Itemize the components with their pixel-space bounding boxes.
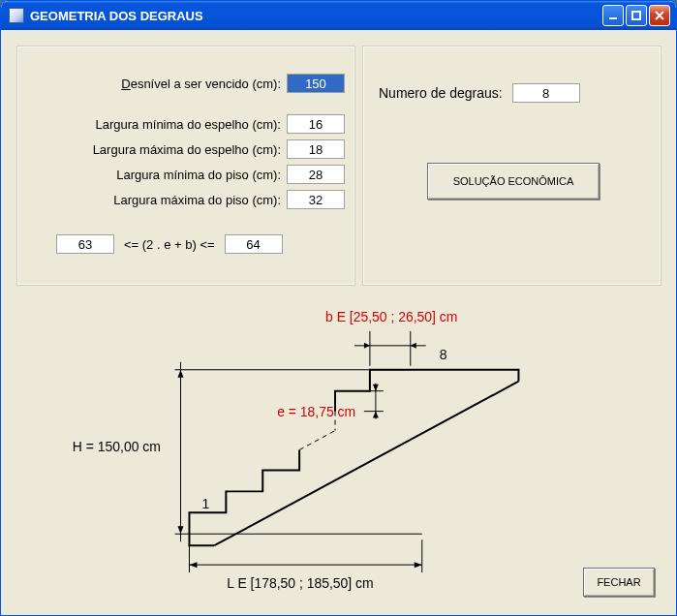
input-panel: Desnível a ser vencido (cm): Largura mín…	[16, 46, 355, 286]
formula-label: <= (2 . e + b) <=	[114, 237, 225, 252]
solucao-economica-button[interactable]: SOLUÇÃO ECONÔMICA	[427, 163, 600, 200]
svg-marker-14	[373, 385, 379, 391]
svg-marker-6	[411, 343, 416, 349]
svg-rect-0	[609, 17, 617, 19]
desnivel-input[interactable]	[287, 74, 345, 93]
desnivel-label: Desnível a ser vencido (cm):	[17, 77, 287, 91]
formula-lower-input[interactable]	[56, 234, 114, 254]
fechar-button[interactable]: FECHAR	[583, 568, 655, 597]
stair-diagram: b E [25,50 ; 26,50] cm 8 H = 150,00 cm	[16, 301, 661, 602]
svg-rect-1	[632, 12, 640, 19]
diagram-area: b E [25,50 ; 26,50] cm 8 H = 150,00 cm	[16, 301, 661, 602]
maximize-button[interactable]	[626, 5, 647, 26]
svg-marker-25	[415, 562, 422, 568]
window-frame: GEOMETRIA DOS DEGRAUS Desnível a ser ven…	[0, 0, 677, 616]
close-icon	[654, 10, 665, 21]
first-step-label: 1	[201, 496, 209, 511]
larg-max-espelho-input[interactable]	[287, 139, 345, 159]
larg-min-espelho-input[interactable]	[287, 114, 345, 134]
larg-max-piso-label: Largura máxima do piso (cm):	[17, 193, 287, 207]
maximize-icon	[631, 10, 642, 21]
close-button[interactable]	[649, 5, 670, 26]
minimize-icon	[607, 10, 619, 21]
larg-min-piso-input[interactable]	[287, 165, 345, 184]
l-range-label: L E [178,50 ; 185,50] cm	[227, 575, 373, 591]
num-degraus-label: Numero de degraus:	[379, 85, 512, 101]
last-step-label: 8	[440, 347, 447, 362]
formula-upper-input[interactable]	[225, 234, 283, 254]
titlebar-buttons	[602, 5, 670, 26]
svg-marker-24	[189, 562, 197, 568]
svg-marker-15	[373, 412, 379, 418]
h-label: H = 150,00 cm	[73, 440, 161, 455]
svg-marker-10	[177, 526, 183, 534]
minimize-button[interactable]	[602, 5, 624, 26]
svg-marker-9	[177, 370, 183, 378]
svg-line-18	[299, 431, 335, 450]
e-label: e = 18,75 cm	[277, 404, 355, 419]
larg-max-piso-input[interactable]	[287, 190, 345, 209]
window-title: GEOMETRIA DOS DEGRAUS	[30, 9, 602, 23]
app-icon	[9, 8, 24, 23]
larg-max-espelho-label: Largura máxima do espelho (cm):	[17, 142, 287, 157]
larg-min-espelho-label: Largura mínima do espelho (cm):	[17, 117, 287, 132]
b-range-label: b E [25,50 ; 26,50] cm	[325, 309, 457, 324]
num-degraus-output[interactable]	[512, 83, 580, 103]
fechar-label: FECHAR	[597, 576, 640, 588]
svg-marker-5	[364, 343, 370, 349]
titlebar: GEOMETRIA DOS DEGRAUS	[1, 1, 676, 30]
larg-min-piso-label: Largura mínima do piso (cm):	[17, 168, 287, 182]
result-panel: Numero de degraus: SOLUÇÃO ECONÔMICA	[362, 46, 662, 286]
solucao-economica-label: SOLUÇÃO ECONÔMICA	[453, 175, 574, 187]
client-area: Desnível a ser vencido (cm): Largura mín…	[4, 30, 673, 612]
svg-line-17	[214, 382, 518, 545]
